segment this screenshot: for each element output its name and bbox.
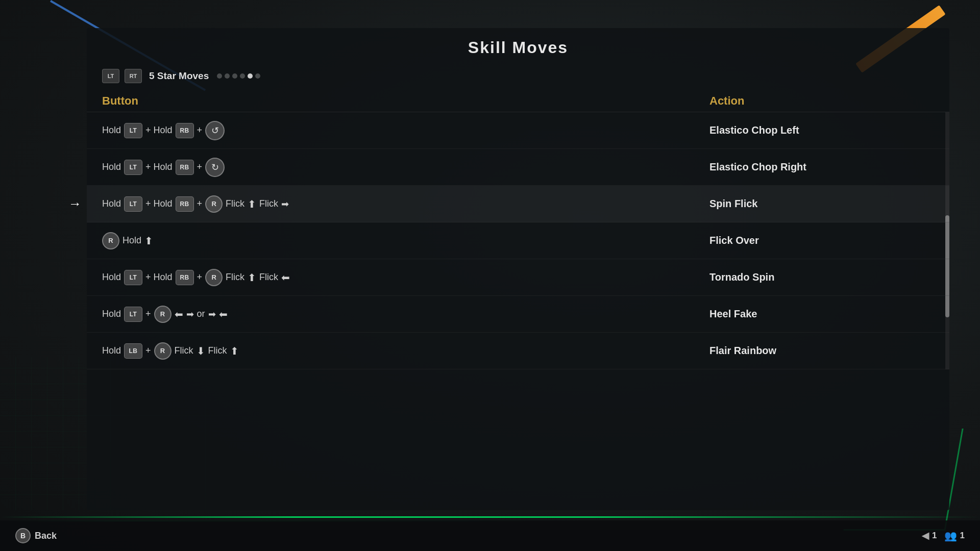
button-sequence-1: Hold LT + Hold RB + ↺ — [102, 121, 709, 140]
r-circle-5: R — [205, 269, 223, 286]
main-panel: Skill Moves LT RT 5 Star Moves Button Ac… — [87, 28, 949, 510]
dots-row — [217, 73, 260, 79]
dot-5-active — [248, 73, 253, 79]
plus-2: + — [197, 162, 203, 172]
move-row-flair-rainbow[interactable]: Hold LB + R Flick ⬇ Flick ⬆ Flair Rainbo… — [87, 333, 949, 369]
action-elastico-chop-right: Elastico Chop Right — [709, 161, 934, 173]
move-row-spin-flick[interactable]: → Hold LT + Hold RB + R Flick ⬆ Flick ➡ … — [87, 186, 949, 222]
page-title: Skill Moves — [468, 38, 568, 57]
lb-ctrl-7: LB — [124, 343, 142, 359]
plus-5: + — [197, 272, 203, 283]
action-spin-flick: Spin Flick — [709, 198, 934, 210]
hold-text-4: Hold — [122, 235, 141, 246]
players-icon: 👥 — [944, 530, 957, 542]
move-row-flick-over[interactable]: R Hold ⬆ Flick Over — [87, 222, 949, 259]
dot-3 — [232, 73, 237, 79]
flick-text-7a: Flick — [175, 345, 193, 356]
button-sequence-2: Hold LT + Hold RB + ↻ — [102, 158, 709, 177]
button-sequence-7: Hold LB + R Flick ⬇ Flick ⬆ — [102, 342, 709, 360]
plus-hold-2: + Hold — [145, 162, 173, 172]
moves-list: Hold LT + Hold RB + ↺ Elastico Chop Left… — [87, 112, 949, 369]
action-column-header: Action — [709, 94, 934, 108]
subtitle-row: LT RT 5 Star Moves — [87, 65, 949, 88]
flick-text-3b: Flick — [259, 198, 278, 209]
or-text-6: or — [197, 309, 205, 319]
hold-text-2: Hold — [102, 162, 121, 172]
plus-hold-1: + Hold — [145, 125, 173, 136]
rb-ctrl-2: RB — [176, 160, 194, 175]
lt-ctrl-5: LT — [124, 270, 142, 285]
columns-header: Button Action — [87, 88, 949, 112]
rotate-cw-2: ↻ — [205, 158, 225, 177]
plus-hold-5: + Hold — [145, 272, 173, 283]
lt-ctrl-1: LT — [124, 123, 142, 138]
rotate-ccw-1: ↺ — [205, 121, 225, 140]
r-circle-7: R — [154, 342, 172, 360]
button-sequence-5: Hold LT + Hold RB + R Flick ⬆ Flick ⬅ — [102, 269, 709, 286]
arr-left-5: ⬅ — [281, 271, 290, 284]
arr-down-7: ⬇ — [197, 345, 205, 357]
players-count-row: 👥 1 — [944, 530, 965, 542]
action-flair-rainbow: Flair Rainbow — [709, 345, 934, 357]
hold-text-7: Hold — [102, 345, 121, 356]
deco-green-line — [0, 516, 980, 518]
move-row-tornado-spin[interactable]: Hold LT + Hold RB + R Flick ⬆ Flick ⬅ To… — [87, 259, 949, 296]
hold-text-1: Hold — [102, 125, 121, 136]
arr-left-6b: ⬅ — [219, 308, 228, 320]
plus-3: + — [197, 198, 203, 209]
hold-text-3: Hold — [102, 198, 121, 209]
r-circle-6: R — [154, 306, 172, 323]
dot-1 — [217, 73, 222, 79]
plus-hold-3: + Hold — [145, 198, 173, 209]
flick-text-7b: Flick — [208, 345, 227, 356]
plus-1: + — [197, 125, 203, 136]
players-count: 1 — [960, 531, 965, 541]
back-button[interactable]: B Back — [15, 528, 57, 543]
action-flick-over: Flick Over — [709, 235, 934, 246]
flick-text-5a: Flick — [226, 272, 244, 283]
move-row-elastico-chop-right[interactable]: Hold LT + Hold RB + ↻ Elastico Chop Righ… — [87, 149, 949, 186]
back-label: Back — [35, 531, 57, 541]
plus-6: + — [145, 309, 151, 319]
arr-up-4: ⬆ — [144, 235, 153, 247]
dot-6 — [255, 73, 260, 79]
lt-ctrl-6: LT — [124, 307, 142, 322]
lt-badge: LT — [102, 69, 119, 83]
flick-text-5b: Flick — [259, 272, 278, 283]
button-column-header: Button — [102, 94, 709, 108]
page-nav-arrow: ◀ — [922, 530, 929, 541]
arr-right-6a: ➡ — [186, 309, 194, 320]
flick-text-3a: Flick — [226, 198, 244, 209]
rb-ctrl-5: RB — [176, 270, 194, 285]
title-bar: Skill Moves — [87, 28, 949, 65]
selection-arrow: → — [59, 196, 82, 212]
arr-up-5: ⬆ — [248, 271, 256, 284]
arr-right-6b: ➡ — [208, 309, 216, 320]
button-sequence-3: Hold LT + Hold RB + R Flick ⬆ Flick ➡ — [102, 195, 709, 213]
move-row-heel-fake[interactable]: Hold LT + R ⬅ ➡ or ➡ ⬅ Heel Fake — [87, 296, 949, 333]
lt-ctrl-3: LT — [124, 196, 142, 212]
button-sequence-6: Hold LT + R ⬅ ➡ or ➡ ⬅ — [102, 306, 709, 323]
rb-ctrl-3: RB — [176, 196, 194, 212]
bottom-right: ◀ 1 👥 1 — [922, 530, 965, 542]
page-number: 1 — [932, 531, 937, 541]
arr-up-7: ⬆ — [230, 345, 239, 357]
rb-ctrl-1: RB — [176, 123, 194, 138]
page-nav[interactable]: ◀ 1 — [922, 530, 937, 541]
move-row-elastico-chop-left[interactable]: Hold LT + Hold RB + ↺ Elastico Chop Left — [87, 112, 949, 149]
action-tornado-spin: Tornado Spin — [709, 271, 934, 283]
r-circle-4: R — [102, 232, 119, 249]
arr-left-6a: ⬅ — [175, 308, 183, 320]
r-circle-3: R — [205, 195, 223, 213]
action-heel-fake: Heel Fake — [709, 308, 934, 320]
rt-badge: RT — [125, 69, 142, 83]
bottom-bar: B Back ◀ 1 👥 1 — [0, 520, 980, 551]
subtitle-label: 5 Star Moves — [149, 70, 209, 82]
arr-right-3: ➡ — [281, 198, 289, 210]
action-elastico-chop-left: Elastico Chop Left — [709, 124, 934, 136]
button-sequence-4: R Hold ⬆ — [102, 232, 709, 249]
arrow-right-icon: → — [68, 196, 82, 212]
lt-ctrl-2: LT — [124, 160, 142, 175]
arr-up-3: ⬆ — [248, 198, 256, 210]
hold-text-5: Hold — [102, 272, 121, 283]
